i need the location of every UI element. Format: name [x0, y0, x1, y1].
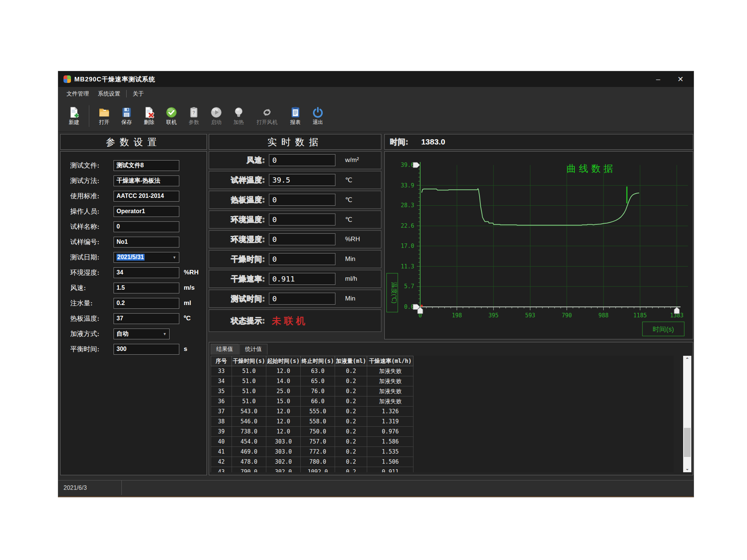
- param-row-wind-speed: 风速:1.5m/s: [61, 282, 207, 293]
- table-row[interactable]: 39738.012.0750.00.20.976: [211, 427, 413, 437]
- realtime-unit: ml/h: [345, 275, 357, 283]
- table-cell: 555.0: [301, 407, 335, 417]
- status-label: 状态提示:: [209, 316, 265, 326]
- svg-text:395: 395: [489, 312, 499, 319]
- param-unit: s: [184, 345, 187, 353]
- results-scrollbar[interactable]: ⌃ ⌄: [683, 356, 691, 472]
- table-cell: 35: [211, 386, 232, 396]
- table-row[interactable]: 40454.0303.0757.00.21.586: [211, 437, 413, 447]
- svg-text:17.0: 17.0: [401, 243, 414, 249]
- table-cell: 65.0: [301, 376, 335, 386]
- tab-result-values[interactable]: 结果值: [211, 344, 239, 355]
- param-value: 自动: [117, 330, 128, 338]
- tab-statistic-values[interactable]: 统计值: [239, 344, 267, 355]
- menu-file-management[interactable]: 文件管理: [62, 89, 93, 99]
- table-cell: 558.0: [301, 417, 335, 427]
- column-header[interactable]: 加液量(ml): [335, 356, 367, 366]
- realtime-unit: ℃: [345, 176, 352, 184]
- menu-system-settings[interactable]: 系统设置: [93, 89, 125, 99]
- column-header[interactable]: 序号: [211, 356, 232, 366]
- param-input-test-date[interactable]: 2021/5/31▼: [114, 252, 179, 263]
- table-cell: 750.0: [301, 427, 335, 437]
- column-header[interactable]: 起始时间(s): [266, 356, 301, 366]
- column-header[interactable]: 干燥速率(ml/h): [367, 356, 413, 366]
- param-input-hotplate-temp[interactable]: 37: [114, 313, 179, 324]
- table-row[interactable]: 3351.012.063.00.2加液失败: [211, 366, 413, 376]
- status-date: 2021/6/3: [58, 480, 122, 495]
- chevron-down-icon[interactable]: ▼: [173, 255, 176, 259]
- param-input-wind-speed[interactable]: 1.5: [114, 283, 179, 293]
- param-unit: ml: [184, 299, 191, 307]
- toolbar-button-exit[interactable]: 退出: [307, 106, 329, 126]
- chart-svg[interactable]: 39.633.928.322.617.011.35.70.00198395593…: [385, 152, 693, 339]
- table-cell: 772.0: [301, 447, 335, 457]
- param-input-test-file[interactable]: 测试文件8: [114, 160, 179, 171]
- param-input-operator[interactable]: Operator1: [114, 206, 179, 217]
- realtime-value-text: 0: [272, 255, 277, 264]
- param-input-dosing-mode[interactable]: 自动▼: [114, 329, 170, 339]
- fan-arrows-icon: [261, 106, 273, 119]
- table-cell: 加液失败: [367, 376, 413, 386]
- scroll-down-icon[interactable]: ⌄: [683, 465, 691, 472]
- toolbar-button-new[interactable]: 新建: [63, 106, 85, 126]
- y-axis-cursor-icon: [413, 162, 420, 168]
- realtime-label: 试样温度:: [209, 175, 265, 185]
- param-input-balance-time[interactable]: 300: [114, 344, 179, 355]
- temperature-chart[interactable]: 39.633.928.322.617.011.35.70.00198395593…: [384, 151, 693, 339]
- table-row[interactable]: 38546.012.0558.00.21.319: [211, 417, 413, 427]
- table-row[interactable]: 43790.0302.01092.00.20.911: [211, 467, 413, 473]
- param-label: 环境湿度:: [70, 268, 114, 277]
- table-row[interactable]: 42478.0302.0780.00.21.506: [211, 457, 413, 467]
- param-input-sample-no[interactable]: No1: [114, 237, 179, 248]
- param-unit: m/s: [184, 284, 195, 292]
- toolbar-button-open[interactable]: 打开: [93, 106, 115, 126]
- table-cell: 1.535: [367, 447, 413, 457]
- table-cell: 0.2: [335, 437, 367, 447]
- table-row[interactable]: 3651.015.066.00.2加液失败: [211, 396, 413, 407]
- scrollbar-thumb[interactable]: [684, 428, 691, 457]
- menu-about[interactable]: 关于: [128, 89, 148, 99]
- svg-text:988: 988: [598, 312, 608, 319]
- realtime-value-hotplate-temp: 0: [269, 194, 335, 206]
- toolbar-button-label: 新建: [69, 119, 79, 126]
- realtime-label: 环境湿度:: [209, 234, 265, 245]
- toolbar-button-report[interactable]: 报表: [284, 106, 307, 126]
- chevron-down-icon[interactable]: ▼: [163, 332, 167, 336]
- close-button[interactable]: ✕: [675, 74, 686, 85]
- table-cell: 0.2: [335, 447, 367, 457]
- realtime-value-text: 0.911: [272, 274, 295, 283]
- table-row[interactable]: 3451.014.065.00.2加液失败: [211, 376, 413, 386]
- toolbar-button-fan: 打开风机: [250, 106, 284, 126]
- param-unit: ºC: [184, 315, 191, 322]
- params-panel-title: 参数设置: [60, 134, 207, 150]
- results-grid[interactable]: 序号干燥时间(s)起始时间(s)终止时间(s)加液量(ml)干燥速率(ml/h)…: [211, 356, 674, 472]
- toolbar-button-delete[interactable]: 删除: [138, 106, 160, 126]
- x-axis-cursor-icon: [674, 307, 679, 314]
- minimize-button[interactable]: –: [653, 74, 664, 85]
- table-row[interactable]: 41469.0303.0772.00.21.535: [211, 447, 413, 457]
- column-header[interactable]: 终止时间(s): [301, 356, 335, 366]
- param-input-test-method[interactable]: 干燥速率-热板法: [114, 175, 179, 186]
- realtime-row-drying-rate: 干燥速率:0.911ml/h: [209, 270, 381, 288]
- param-input-ambient-humidity[interactable]: 34: [114, 267, 179, 278]
- scroll-up-icon[interactable]: ⌃: [683, 356, 691, 363]
- svg-text:33.9: 33.9: [401, 182, 414, 189]
- table-cell: 12.0: [266, 417, 301, 427]
- table-row[interactable]: 3551.025.076.00.2加液失败: [211, 386, 413, 396]
- param-row-balance-time: 平衡时间:300s: [61, 343, 207, 355]
- table-row[interactable]: 37543.012.0555.00.21.326: [211, 407, 413, 417]
- param-input-standard[interactable]: AATCC 201-2014: [114, 191, 179, 202]
- svg-text:5.7: 5.7: [404, 283, 414, 290]
- table-cell: 76.0: [301, 386, 335, 396]
- table-cell: 1092.0: [301, 467, 335, 473]
- toolbar-button-save[interactable]: 保存: [115, 106, 138, 126]
- param-unit: %RH: [184, 269, 199, 276]
- column-header[interactable]: 干燥时间(s): [232, 356, 266, 366]
- param-label: 试样编号:: [70, 237, 114, 246]
- table-cell: 12.0: [266, 427, 301, 437]
- param-value: 测试文件8: [117, 162, 144, 169]
- param-input-sample-name[interactable]: 0: [114, 221, 179, 232]
- table-cell: 0.2: [335, 467, 367, 473]
- param-input-water-volume[interactable]: 0.2: [114, 298, 179, 309]
- toolbar-button-online[interactable]: 联机: [160, 106, 183, 126]
